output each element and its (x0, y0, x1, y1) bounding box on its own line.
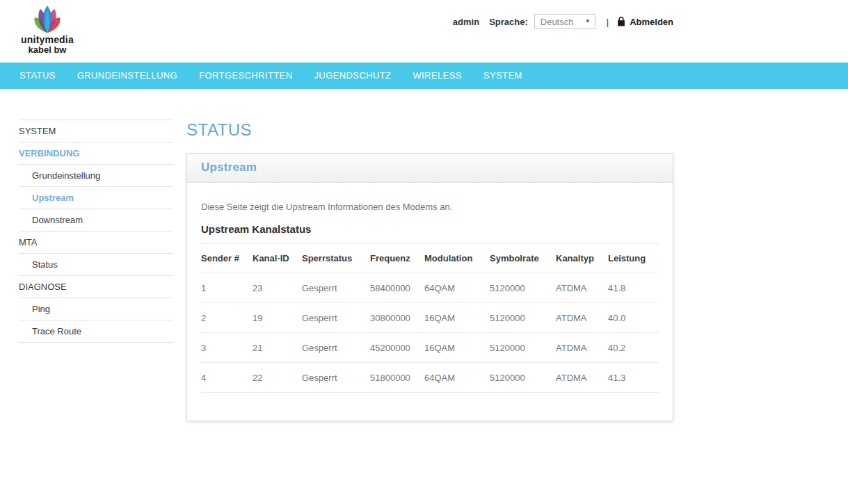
cell-kanaltyp: ATDMA (556, 273, 608, 303)
col-header-leistung: Leistung (608, 244, 659, 273)
panel-title: Upstream (201, 161, 257, 174)
col-header-kanal-id: Kanal-ID (253, 244, 302, 273)
language-select-wrap: Deutsch ▼ (534, 14, 595, 29)
cell-symbolrate: 5120000 (490, 333, 556, 363)
upstream-channel-table: Sender # Kanal-ID Sperrstatus Frequenz M… (201, 243, 659, 393)
table-row: 3 21 Gesperrt 45200000 16QAM 5120000 ATD… (201, 333, 659, 363)
sidebar-item-ping[interactable]: Ping (19, 298, 173, 320)
cell-sender: 1 (201, 273, 253, 303)
cell-kanaltyp: ATDMA (556, 303, 608, 333)
cell-symbolrate: 5120000 (490, 273, 556, 303)
table-row: 1 23 Gesperrt 58400000 64QAM 5120000 ATD… (201, 273, 659, 303)
top-header: unitymedia kabel bw admin Sprache: Deuts… (0, 0, 848, 63)
sidebar-item-verbindung[interactable]: VERBINDUNG (19, 143, 173, 165)
cell-kanaltyp: ATDMA (556, 363, 608, 393)
cell-kanaltyp: ATDMA (556, 333, 608, 363)
sidebar-item-mta[interactable]: MTA (19, 231, 173, 254)
nav-item-wireless[interactable]: WIRELESS (413, 63, 461, 89)
col-header-symbolrate: Symbolrate (490, 244, 556, 273)
cell-frequenz: 51800000 (370, 363, 424, 393)
col-header-modulation: Modulation (424, 244, 490, 273)
upstream-panel: Upstream Diese Seite zeigt die Upstream … (186, 153, 673, 421)
nav-item-jugendschutz[interactable]: JUGENDSCHUTZ (314, 63, 391, 89)
cell-leistung: 41.8 (608, 273, 659, 303)
sidebar-item-upstream[interactable]: Upstream (19, 187, 173, 209)
table-header-row: Sender # Kanal-ID Sperrstatus Frequenz M… (201, 244, 659, 273)
cell-frequenz: 30800000 (370, 303, 424, 333)
nav-item-system[interactable]: SYSTEM (483, 63, 522, 89)
cell-modulation: 64QAM (424, 363, 490, 393)
nav-item-fortgeschritten[interactable]: FORTGESCHRITTEN (199, 63, 292, 89)
sidebar-item-downstream[interactable]: Downstream (19, 209, 173, 231)
cell-leistung: 40.0 (608, 303, 659, 333)
cell-leistung: 41.3 (608, 363, 659, 393)
cell-sperrstatus: Gesperrt (302, 333, 370, 363)
cell-sperrstatus: Gesperrt (302, 303, 370, 333)
cell-modulation: 16QAM (424, 303, 490, 333)
cell-sender: 3 (201, 333, 253, 363)
nav-item-grundeinstellung[interactable]: GRUNDEINSTELLUNG (77, 63, 177, 89)
sidebar-item-grundeinstellung[interactable]: Grundeinstellung (19, 165, 173, 187)
sidebar-item-trace-route[interactable]: Trace Route (19, 320, 173, 343)
logout-button[interactable]: Abmelden (617, 17, 673, 27)
sidebar-item-diagnose[interactable]: DIAGNOSE (19, 276, 173, 298)
cell-symbolrate: 5120000 (490, 303, 556, 333)
cell-kanal-id: 21 (253, 333, 302, 363)
cell-sperrstatus: Gesperrt (302, 363, 370, 393)
nav-item-status[interactable]: STATUS (19, 63, 56, 89)
logout-label: Abmelden (630, 17, 673, 27)
sidebar: SYSTEM VERBINDUNG Grundeinstellung Upstr… (19, 120, 173, 343)
cell-symbolrate: 5120000 (490, 363, 556, 393)
language-select[interactable]: Deutsch (534, 14, 595, 29)
header-divider: | (607, 17, 609, 27)
cell-kanal-id: 23 (253, 273, 302, 303)
main-navbar: STATUS GRUNDEINSTELLUNG FORTGESCHRITTEN … (0, 63, 848, 89)
table-row: 4 22 Gesperrt 51800000 64QAM 5120000 ATD… (201, 363, 659, 393)
cell-sender: 2 (201, 303, 253, 333)
cell-sender: 4 (201, 363, 253, 393)
cell-frequenz: 45200000 (370, 333, 424, 363)
panel-body: Diese Seite zeigt die Upstream Informati… (187, 183, 673, 421)
lock-icon (617, 17, 625, 26)
language-label: Sprache: (489, 17, 528, 27)
cell-frequenz: 58400000 (370, 273, 424, 303)
page-title: STATUS (186, 120, 673, 140)
table-row: 2 19 Gesperrt 30800000 16QAM 5120000 ATD… (201, 303, 659, 333)
sidebar-item-status[interactable]: Status (19, 254, 173, 276)
cell-modulation: 64QAM (424, 273, 490, 303)
main-content: STATUS Upstream Diese Seite zeigt die Up… (186, 89, 673, 421)
cell-kanal-id: 19 (253, 303, 302, 333)
header-controls: admin Sprache: Deutsch ▼ | Abmelden (453, 14, 673, 29)
col-header-kanaltyp: Kanaltyp (556, 244, 608, 273)
cell-leistung: 40.2 (608, 333, 659, 363)
table-title: Upstream Kanalstatus (201, 223, 659, 235)
cell-kanal-id: 22 (253, 363, 302, 393)
cell-modulation: 16QAM (424, 333, 490, 363)
col-header-sender: Sender # (201, 244, 253, 273)
panel-header: Upstream (187, 154, 673, 183)
panel-description: Diese Seite zeigt die Upstream Informati… (201, 202, 659, 212)
cell-sperrstatus: Gesperrt (302, 273, 370, 303)
sidebar-item-system[interactable]: SYSTEM (19, 120, 173, 143)
col-header-frequenz: Frequenz (370, 244, 424, 273)
username-label: admin (453, 17, 479, 27)
col-header-sperrstatus: Sperrstatus (302, 244, 370, 273)
